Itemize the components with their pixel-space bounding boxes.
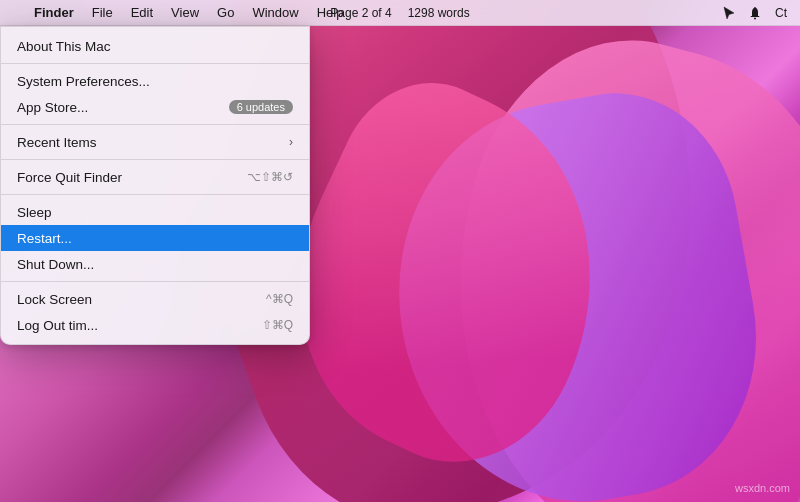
menubar-view[interactable]: View	[163, 3, 207, 22]
menu-item-shutdown-label: Shut Down...	[17, 257, 293, 272]
menu-item-sleep[interactable]: Sleep	[1, 199, 309, 225]
menu-item-system-prefs[interactable]: System Preferences...	[1, 68, 309, 94]
app-store-badge: 6 updates	[229, 100, 293, 114]
menu-item-recent-items[interactable]: Recent Items ›	[1, 129, 309, 155]
notification-bell-icon[interactable]	[744, 4, 766, 22]
menu-item-shutdown[interactable]: Shut Down...	[1, 251, 309, 277]
menu-separator-1	[1, 63, 309, 64]
menu-item-force-quit[interactable]: Force Quit Finder ⌥⇧⌘↺	[1, 164, 309, 190]
cursor-icon[interactable]	[718, 4, 740, 22]
page-info: Page 2 of 4	[330, 6, 391, 20]
menu-separator-4	[1, 194, 309, 195]
menubar-left: Finder File Edit View Go Window Help	[8, 3, 351, 22]
menu-item-logout[interactable]: Log Out tim... ⇧⌘Q	[1, 312, 309, 338]
menu-item-restart-label: Restart...	[17, 231, 293, 246]
menu-item-force-quit-shortcut: ⌥⇧⌘↺	[247, 170, 293, 184]
menu-item-restart[interactable]: Restart...	[1, 225, 309, 251]
watermark: wsxdn.com	[735, 482, 790, 494]
speaker-icon[interactable]: Ct	[770, 4, 792, 22]
menu-item-about-label: About This Mac	[17, 39, 293, 54]
apple-dropdown-menu: About This Mac System Preferences... App…	[0, 26, 310, 345]
menu-item-logout-label: Log Out tim...	[17, 318, 262, 333]
menu-item-system-prefs-label: System Preferences...	[17, 74, 293, 89]
menubar-window[interactable]: Window	[244, 3, 306, 22]
menu-separator-5	[1, 281, 309, 282]
menu-item-lock-screen-label: Lock Screen	[17, 292, 266, 307]
menubar-edit[interactable]: Edit	[123, 3, 161, 22]
menubar-finder[interactable]: Finder	[26, 3, 82, 22]
menubar-file[interactable]: File	[84, 3, 121, 22]
menu-item-app-store[interactable]: App Store... 6 updates	[1, 94, 309, 120]
menu-item-about[interactable]: About This Mac	[1, 33, 309, 59]
menubar-center: Page 2 of 4 1298 words	[330, 6, 469, 20]
menu-item-logout-shortcut: ⇧⌘Q	[262, 318, 293, 332]
menubar-go[interactable]: Go	[209, 3, 242, 22]
menu-item-lock-screen-shortcut: ^⌘Q	[266, 292, 293, 306]
menu-item-lock-screen[interactable]: Lock Screen ^⌘Q	[1, 286, 309, 312]
menu-item-force-quit-label: Force Quit Finder	[17, 170, 247, 185]
menu-item-recent-items-label: Recent Items	[17, 135, 289, 150]
menu-separator-3	[1, 159, 309, 160]
menubar: Finder File Edit View Go Window Help Pag…	[0, 0, 800, 26]
menu-item-app-store-label: App Store...	[17, 100, 229, 115]
menu-separator-2	[1, 124, 309, 125]
menubar-right: Ct	[718, 4, 792, 22]
menu-item-sleep-label: Sleep	[17, 205, 293, 220]
svg-point-0	[754, 17, 756, 19]
submenu-arrow-icon: ›	[289, 135, 293, 149]
word-count: 1298 words	[408, 6, 470, 20]
